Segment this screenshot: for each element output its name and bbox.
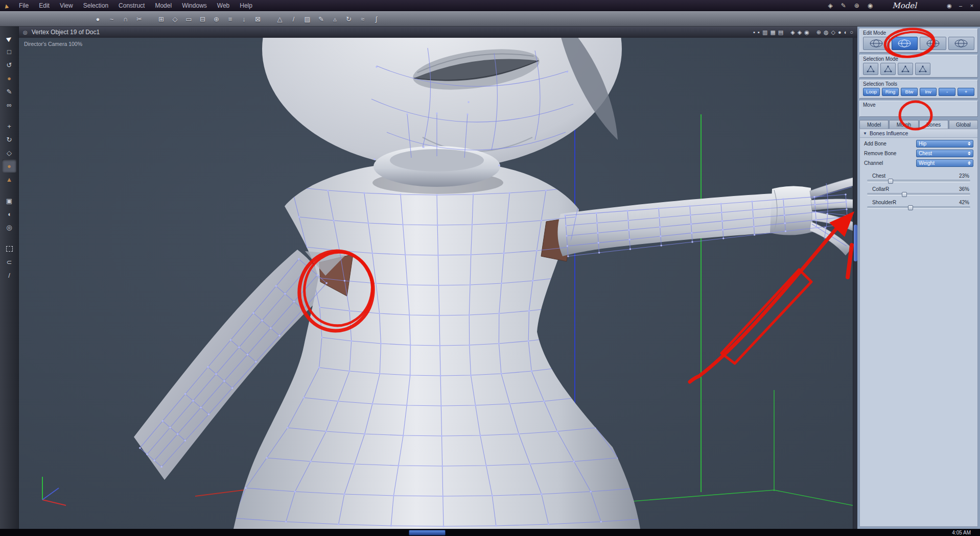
bone-dropdown[interactable]: Hip (916, 140, 973, 148)
wireframe-mode-icon[interactable]: ▪ (753, 29, 755, 35)
viewport-titlebar[interactable]: ◎ Vertex Object 19 of Doc1 ▪▪▥▦▤◈◈◉⊕◍◇●◐… (19, 27, 857, 38)
soft-select-tool[interactable]: ● (2, 71, 16, 85)
paint-icon[interactable]: ✎ (841, 2, 846, 9)
selection-tool-button[interactable]: - (939, 88, 955, 96)
bone-dropdown[interactable]: Chest (916, 150, 973, 157)
bend-icon[interactable]: ∫ (369, 13, 383, 25)
pan-tool[interactable]: ◖ (2, 207, 16, 221)
panel-tab[interactable]: Morph (889, 120, 918, 129)
plane-icon[interactable]: ▭ (182, 13, 196, 25)
rect-select-tool[interactable] (2, 242, 16, 255)
weight-slider-thumb[interactable] (902, 192, 907, 197)
wave-icon[interactable]: ≈ (356, 13, 369, 25)
drop-icon[interactable]: ↓ (237, 13, 251, 25)
menu-item[interactable]: Edit (34, 0, 55, 11)
shield-a-icon[interactable]: ◈ (790, 29, 795, 36)
edit-mode-wire-button[interactable] (863, 37, 890, 50)
bones-influence-header[interactable]: ▼ Bones Influence (860, 129, 977, 138)
box-icon[interactable]: ◇ (831, 29, 835, 36)
zoom-tool[interactable]: ◎ (2, 221, 16, 234)
grid-icon[interactable]: ⊞ (154, 13, 168, 25)
sphere-icon[interactable]: ● (838, 29, 842, 35)
pen-icon[interactable]: ✎ (314, 13, 328, 25)
close-button[interactable]: × (968, 3, 976, 9)
edit-mode-spheres-button[interactable] (948, 37, 975, 50)
menu-item[interactable]: Selection (78, 0, 113, 11)
collapse-triangle-icon[interactable]: ▼ (863, 131, 867, 136)
weight-slider-track[interactable] (867, 206, 970, 209)
pen-tool[interactable]: ✎ (2, 85, 16, 98)
pan-hand-icon[interactable]: ◈ (828, 2, 832, 9)
panel-tab[interactable]: Global (949, 120, 978, 129)
paint-weights-tool[interactable]: ● (2, 159, 16, 173)
menu-item[interactable]: Web (212, 0, 235, 11)
edit-mode-vertex-button[interactable] (892, 37, 918, 50)
scissors-icon[interactable]: ✂ (132, 13, 146, 25)
weight-slider-track[interactable] (867, 193, 970, 196)
diamond-icon[interactable]: ◇ (168, 13, 182, 25)
menu-item[interactable]: View (55, 0, 78, 11)
selection-tool-button[interactable]: Loop (863, 88, 880, 96)
viewport-scrollbar[interactable] (853, 38, 857, 529)
split-three-icon[interactable]: ▤ (778, 29, 783, 36)
split-two-icon[interactable]: ▥ (762, 29, 767, 36)
edit-mode-shaded-button[interactable] (920, 37, 946, 50)
scale-tool[interactable]: ◇ (2, 146, 16, 159)
spin-icon[interactable]: ↻ (342, 13, 356, 25)
selection-tool-button[interactable]: Inv (920, 88, 937, 96)
target-icon[interactable]: ⊕ (854, 2, 859, 9)
lasso-tool[interactable]: ⊂ (2, 255, 16, 269)
shield-c-icon[interactable]: ◉ (804, 29, 809, 36)
boolean-subtract-icon[interactable]: ⊟ (196, 13, 209, 25)
selection-tool-button[interactable]: Ring (882, 88, 899, 96)
scrollbar-thumb[interactable] (854, 225, 857, 261)
viewport-menu-icon[interactable]: ◎ (23, 30, 28, 35)
pointer-icon[interactable]: ◉ (868, 2, 873, 9)
selection-tool-button[interactable]: Btw (901, 88, 918, 96)
minimize-button[interactable]: – (956, 3, 965, 9)
menu-item[interactable]: Model (150, 0, 177, 11)
line-tool[interactable]: / (2, 269, 16, 282)
menu-item[interactable]: Windows (177, 0, 212, 11)
panel-tab[interactable]: Bones (919, 120, 948, 129)
shaded-mode-icon[interactable]: ▪ (758, 29, 760, 35)
select-vertex-button[interactable] (863, 63, 878, 75)
curve-icon[interactable]: ~ (105, 13, 119, 25)
marquee-tool[interactable]: □ (2, 45, 16, 58)
select-object-button[interactable] (915, 63, 930, 75)
pyramid-icon[interactable]: ▵ (328, 13, 342, 25)
weight-slider-thumb[interactable] (888, 179, 893, 184)
move-tool[interactable]: + (2, 119, 16, 133)
rotate-view-tool[interactable]: ↺ (2, 58, 16, 71)
selection-tool-button[interactable]: + (958, 88, 974, 96)
ring-icon[interactable]: ○ (850, 29, 853, 35)
select-tool[interactable]: ▶ (2, 32, 16, 45)
weight-slider-track[interactable] (867, 180, 970, 182)
menu-item[interactable]: Construct (113, 0, 150, 11)
select-face-button[interactable] (898, 63, 913, 75)
cone-icon[interactable]: △ (273, 13, 287, 25)
weight-slider-thumb[interactable] (908, 205, 913, 210)
arc-icon[interactable]: ∩ (119, 13, 132, 25)
taskbar[interactable]: 4:05 AM (0, 529, 980, 536)
taskbar-app-button[interactable] (409, 530, 446, 535)
bone-dropdown[interactable]: Weight (916, 159, 973, 167)
split-four-icon[interactable]: ▦ (770, 29, 775, 36)
camera-tool[interactable]: ▣ (2, 194, 16, 207)
shield-b-icon[interactable]: ◈ (798, 29, 802, 36)
cone-tool[interactable]: ▲ (2, 173, 16, 186)
delete-icon[interactable]: ⊠ (251, 13, 265, 25)
contrast-icon[interactable]: ◐ (844, 29, 848, 35)
3d-scene[interactable] (19, 38, 858, 529)
boolean-add-icon[interactable]: ⊕ (209, 13, 223, 25)
weld-tool[interactable]: ∞ (2, 98, 16, 111)
layers-icon[interactable]: ≡ (223, 13, 237, 25)
select-edge-button[interactable] (880, 63, 896, 75)
orbit-icon[interactable]: ⊕ (816, 29, 821, 36)
panel-tab[interactable]: Model (859, 120, 889, 129)
knife-icon[interactable]: / (287, 13, 300, 25)
menu-item[interactable]: Help (235, 0, 258, 11)
eye-button[interactable]: ◉ (945, 3, 953, 9)
sphere-primitive-icon[interactable]: ● (91, 13, 105, 25)
hatch-icon[interactable]: ▨ (300, 13, 314, 25)
